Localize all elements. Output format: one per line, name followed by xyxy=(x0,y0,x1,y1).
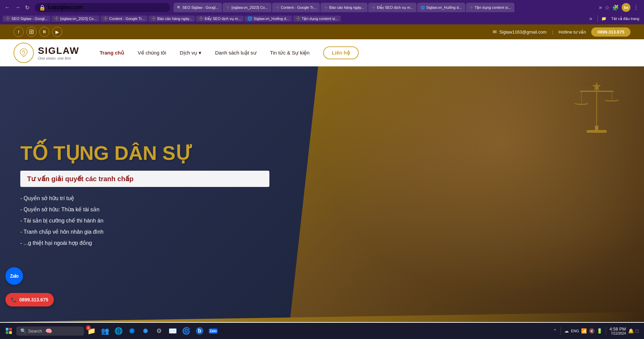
taskbar-icon-edge[interactable] xyxy=(126,325,138,337)
tab-3[interactable]: ➕ Content - Google Tr... xyxy=(272,3,320,12)
extensions-icon[interactable]: 🧩 xyxy=(612,4,619,11)
bookmark-7[interactable]: ➕ Tận dụng content si... xyxy=(293,16,341,22)
menu-icon[interactable]: ⋮ xyxy=(633,4,639,11)
bookmark-4[interactable]: ➕ Báo cáo hàng ngày... xyxy=(149,16,195,22)
nav-danh-sach-luat-su[interactable]: Danh sách luật sư xyxy=(215,50,256,56)
battery-icon[interactable]: 🔋 xyxy=(597,328,602,334)
phone-number: 0899.313.675 xyxy=(19,297,48,302)
volume-icon[interactable]: 🔇 xyxy=(589,328,595,334)
bookmark-icon-6: 🌐 xyxy=(247,16,252,21)
more-bookmarks-button[interactable]: » xyxy=(587,15,594,22)
show-desktop-icon[interactable]: □ xyxy=(636,328,639,334)
svg-point-2 xyxy=(32,30,33,31)
website-content: f tt ▶ ✉ Siglaw1163@gmail.com | Hotline … xyxy=(0,24,644,322)
taskbar-icon-zalo[interactable]: Zalo xyxy=(207,325,219,337)
profile-avatar[interactable]: ba xyxy=(622,3,630,12)
hero-right-image xyxy=(290,66,644,322)
wifi-icon[interactable]: 📶 xyxy=(581,328,587,334)
hero-section: TỐ TỤNG DÂN SỰ Tư vấn giải quyết các tra… xyxy=(0,66,644,322)
svg-rect-4 xyxy=(586,130,607,133)
brain-icon: 🧠 xyxy=(45,328,52,334)
bookmark-2[interactable]: ➕ [siglaw.vn_2023] Co... xyxy=(51,16,99,22)
tab-favicon-1: 🔍 xyxy=(177,6,181,9)
chevron-up-icon[interactable]: ⌃ xyxy=(553,328,557,334)
taskbar-icon-teams[interactable]: 👥 xyxy=(99,325,111,337)
cloud-icon[interactable]: ☁ xyxy=(564,328,569,334)
nav-links: Trang chủ Về chúng tôi Dịch vụ ▾ Danh sá… xyxy=(99,46,630,59)
taskbar-icon-edge2[interactable] xyxy=(139,325,152,337)
hotline-button[interactable]: 0899.313.675 xyxy=(591,27,630,37)
address-bar[interactable]: 🔒 luatsiglaw.com xyxy=(35,3,170,12)
profile-icon: b xyxy=(196,327,203,335)
tab-2[interactable]: ➕ [siglaw.vn_2023] Co... xyxy=(223,3,271,12)
instagram-icon[interactable] xyxy=(26,27,37,37)
tiktok-icon[interactable]: tt xyxy=(39,27,49,37)
taskbar-icon-settings[interactable]: ⚙ xyxy=(153,325,165,337)
back-button[interactable]: ← xyxy=(3,3,12,12)
browser-chrome: ← → ↻ 🔒 luatsiglaw.com 🔍 SEO Siglaw - Go… xyxy=(0,0,644,24)
browser-toolbar: ➕ SEO Siglaw - Googl... ➕ [siglaw.vn_202… xyxy=(0,13,644,24)
phone-float-button[interactable]: 📞 0899.313.675 xyxy=(5,293,54,306)
windows-logo xyxy=(6,328,12,334)
start-button[interactable] xyxy=(3,325,15,337)
edge-icon xyxy=(129,327,135,334)
tab-favicon-7: ➕ xyxy=(469,6,473,9)
all-bookmarks-link[interactable]: Tất cả đầu trang xyxy=(609,16,641,22)
tab-favicon-6: 🌐 xyxy=(421,6,425,9)
reload-button[interactable]: ↻ xyxy=(23,3,31,12)
notification-icon[interactable]: 🔔 xyxy=(628,328,634,334)
bookmark-3[interactable]: ➕ Content - Google Tr... xyxy=(101,16,148,22)
list-item-3: - Tài sản bị cưỡng chế thi hành án xyxy=(20,217,269,224)
taskbar-icon-chrome2[interactable]: 🌀 xyxy=(180,325,192,337)
tab-6[interactable]: 🌐 Siglaw.vn_Hướng d... xyxy=(417,3,465,12)
site-logo[interactable]: SIGLAW One vision, one firm xyxy=(14,43,79,63)
bookmark-1[interactable]: ➕ SEO Siglaw - Googl... xyxy=(3,16,50,22)
forward-button[interactable]: → xyxy=(13,3,22,12)
browser-tabs: 🔍 SEO Siglaw - Googl... ➕ [siglaw.vn_202… xyxy=(174,3,596,12)
nav-ve-chung-toi[interactable]: Về chúng tôi xyxy=(138,50,166,56)
bookmark-icon-5: ➕ xyxy=(199,16,204,21)
chrome-icon: 🌐 xyxy=(114,327,123,335)
tab-1[interactable]: 🔍 SEO Siglaw - Googl... xyxy=(174,3,222,12)
youtube-icon[interactable]: ▶ xyxy=(52,27,62,37)
more-tabs-button[interactable]: » xyxy=(597,4,604,11)
svg-rect-6 xyxy=(580,91,614,92)
taskbar-icon-mail[interactable]: ✉️ xyxy=(166,325,179,337)
chrome2-icon: 🌀 xyxy=(182,327,191,335)
hero-subtitle: Tư vấn giải quyết các tranh chấp xyxy=(27,175,133,183)
nav-tin-tuc[interactable]: Tin tức & Sự kiện xyxy=(270,50,310,56)
bookmark-icon-4: ➕ xyxy=(151,16,156,21)
taskbar-icons: 📁 1 👥 🌐 ⚙ ✉️ 🌀 xyxy=(85,325,552,337)
tab-7[interactable]: ➕ Tận dụng content si... xyxy=(466,3,515,12)
bookmark-label-7: Tận dụng content si... xyxy=(302,17,338,21)
bookmark-label-1: SEO Siglaw - Googl... xyxy=(12,17,48,21)
facebook-icon[interactable]: f xyxy=(14,27,24,37)
taskbar-search[interactable]: 🔍 Search 🧠 xyxy=(16,326,84,336)
taskbar-icon-explorer[interactable]: 📁 1 xyxy=(85,325,97,337)
bookmark-6[interactable]: 🌐 Siglaw.vn_Hướng d... xyxy=(245,16,292,22)
notification-badge: 1 xyxy=(86,325,91,330)
lang-label[interactable]: ENG xyxy=(571,329,579,333)
folder-icon: 📁 xyxy=(601,16,606,21)
brand-tagline: One vision, one firm xyxy=(38,56,79,60)
edge2-icon xyxy=(142,327,149,334)
taskbar-icon-chrome[interactable]: 🌐 xyxy=(112,325,125,337)
nav-dich-vu[interactable]: Dịch vụ ▾ xyxy=(180,50,201,56)
tab-4[interactable]: ➕ Báo cáo hàng ngày... xyxy=(320,3,368,12)
svg-rect-0 xyxy=(29,30,34,34)
tab-5[interactable]: ➕ Đẩy SEO dịch vụ m... xyxy=(368,3,417,12)
star-icon[interactable]: ☆ xyxy=(605,4,609,11)
bookmark-icon-7: ➕ xyxy=(296,16,301,21)
social-icons: f tt ▶ xyxy=(14,27,62,37)
tray-time: 4:58 PM xyxy=(609,326,626,332)
tab-favicon-4: ➕ xyxy=(324,6,328,9)
nav-trang-chu[interactable]: Trang chủ xyxy=(99,50,124,56)
site-topbar: f tt ▶ ✉ Siglaw1163@gmail.com | Hotline … xyxy=(0,24,644,39)
taskbar-icon-profile[interactable]: b xyxy=(194,325,206,337)
contact-info: ✉ Siglaw1163@gmail.com | Hotline tư vấn … xyxy=(493,27,630,37)
bookmark-5[interactable]: ➕ Đẩy SEO dịch vụ m... xyxy=(196,16,244,22)
contact-button[interactable]: Liên hệ xyxy=(323,46,359,59)
email-icon: ✉ xyxy=(493,29,497,35)
tray-clock[interactable]: 4:58 PM 7/22/2024 xyxy=(609,326,626,335)
zalo-float-button[interactable]: Zalo xyxy=(5,267,23,285)
